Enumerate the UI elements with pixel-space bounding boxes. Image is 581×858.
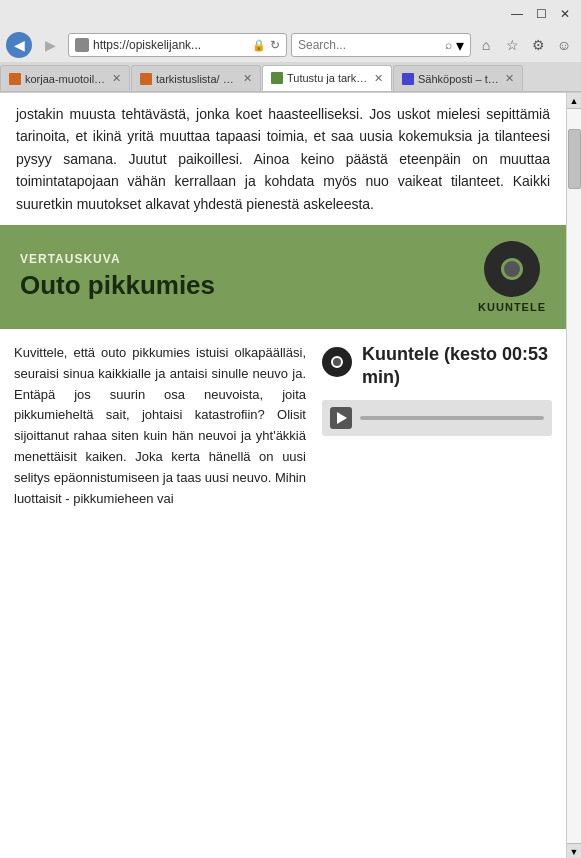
address-favicon — [75, 38, 89, 52]
scroll-down-button[interactable]: ▼ — [567, 843, 581, 858]
audio-disc — [322, 347, 352, 377]
title-bar: — ☐ ✕ — [0, 0, 581, 28]
vertaus-header-left: VERTAUSKUVA Outo pikkumies — [20, 252, 215, 301]
refresh-icon[interactable]: ↻ — [270, 38, 280, 52]
audio-player[interactable] — [322, 400, 552, 436]
tab-tutustu[interactable]: Tutustu ja tarka... ✕ — [262, 65, 392, 91]
tab-close-tutustu[interactable]: ✕ — [374, 72, 383, 85]
tab-close-tarkistuslista[interactable]: ✕ — [243, 72, 252, 85]
tab-sahkoposti[interactable]: Sähköposti – thyn... ✕ — [393, 65, 523, 91]
audio-title-text: Kuuntele (kesto 00:53 min) — [362, 343, 552, 390]
search-button[interactable]: ⌕ — [445, 38, 452, 52]
tab-label-tutustu: Tutustu ja tarka... — [287, 72, 368, 84]
scroll-thumb[interactable] — [568, 129, 581, 189]
vertaus-title: Outo pikkumies — [20, 270, 215, 301]
minimize-button[interactable]: — — [509, 6, 525, 22]
maximize-button[interactable]: ☐ — [533, 6, 549, 22]
window-chrome: — ☐ ✕ ◀ ▶ https://opiskelijank... 🔒 ↻ ⌕ … — [0, 0, 581, 93]
search-input[interactable] — [298, 38, 441, 52]
user-icon[interactable]: ☺ — [553, 34, 575, 56]
toolbar-right: ⌂ ☆ ⚙ ☺ — [475, 34, 575, 56]
progress-bar[interactable] — [360, 416, 544, 420]
vertaus-body-text: Kuvittele, että outo pikkumies istuisi o… — [14, 343, 306, 509]
right-scrollbar[interactable]: ▲ ▼ — [566, 93, 581, 858]
vertaus-body: Kuvittele, että outo pikkumies istuisi o… — [0, 329, 566, 523]
url-text: https://opiskelijank... — [93, 38, 248, 52]
tab-close-korjaa[interactable]: ✕ — [112, 72, 121, 85]
favorites-icon[interactable]: ☆ — [501, 34, 523, 56]
search-bar[interactable]: ⌕ ▾ — [291, 33, 471, 57]
tab-favicon-sahkoposti — [402, 73, 414, 85]
vertaus-header: VERTAUSKUVA Outo pikkumies KUUNTELE — [0, 225, 566, 329]
tabs-bar: korjaa-muotoiluvi... ✕ tarkistuslista/ m… — [0, 62, 581, 92]
scroll-track[interactable] — [567, 109, 581, 843]
search-dropdown[interactable]: ▾ — [456, 36, 464, 55]
tab-label-tarkistuslista: tarkistuslista/ muis... — [156, 73, 237, 85]
tab-favicon-tutustu — [271, 72, 283, 84]
home-icon[interactable]: ⌂ — [475, 34, 497, 56]
kuuntele-disc — [484, 241, 540, 297]
forward-button[interactable]: ▶ — [36, 32, 64, 58]
intro-paragraph: jostakin muusta tehtävästä, jonka koet h… — [16, 103, 550, 215]
address-bar[interactable]: https://opiskelijank... 🔒 ↻ — [68, 33, 287, 57]
tab-korjaa[interactable]: korjaa-muotoiluvi... ✕ — [0, 65, 130, 91]
tab-label-korjaa: korjaa-muotoiluvi... — [25, 73, 106, 85]
browser-content: jostakin muusta tehtävästä, jonka koet h… — [0, 93, 581, 858]
audio-panel: Kuuntele (kesto 00:53 min) — [322, 343, 552, 509]
kuuntele-label: KUUNTELE — [478, 301, 546, 313]
audio-title: Kuuntele (kesto 00:53 min) — [322, 343, 552, 390]
tab-favicon-tarkistuslista — [140, 73, 152, 85]
lock-icon: 🔒 — [252, 39, 266, 52]
vertaus-tag: VERTAUSKUVA — [20, 252, 215, 266]
back-button[interactable]: ◀ — [6, 32, 32, 58]
settings-icon[interactable]: ⚙ — [527, 34, 549, 56]
tab-tarkistuslista[interactable]: tarkistuslista/ muis... ✕ — [131, 65, 261, 91]
scroll-up-button[interactable]: ▲ — [567, 93, 581, 109]
tab-favicon-korjaa — [9, 73, 21, 85]
play-button[interactable] — [330, 407, 352, 429]
tab-close-sahkoposti[interactable]: ✕ — [505, 72, 514, 85]
nav-bar: ◀ ▶ https://opiskelijank... 🔒 ↻ ⌕ ▾ ⌂ ☆ … — [0, 28, 581, 62]
page-content: jostakin muusta tehtävästä, jonka koet h… — [0, 93, 566, 858]
tab-label-sahkoposti: Sähköposti – thyn... — [418, 73, 499, 85]
intro-text-section: jostakin muusta tehtävästä, jonka koet h… — [0, 93, 566, 225]
kuuntele-section[interactable]: KUUNTELE — [478, 241, 546, 313]
close-button[interactable]: ✕ — [557, 6, 573, 22]
